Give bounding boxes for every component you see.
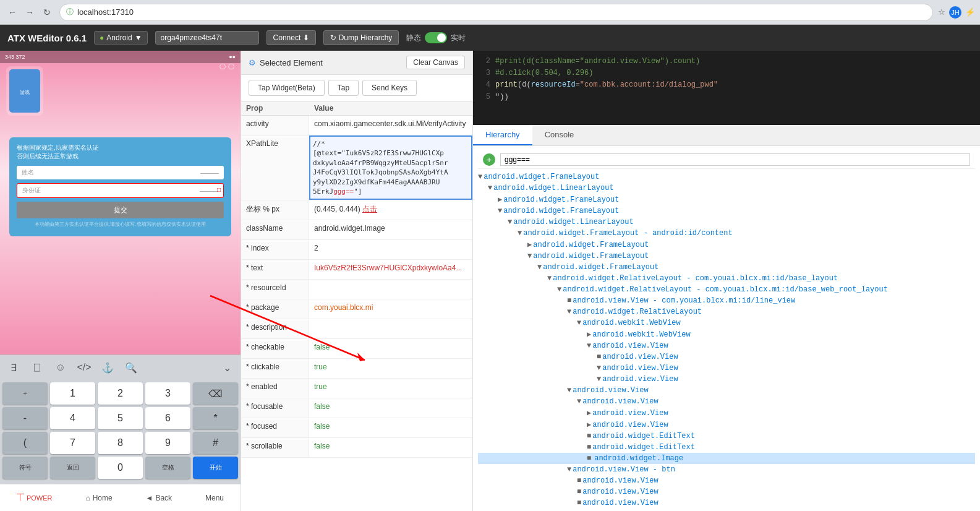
hier-node-2[interactable]: ▶android.widget.FrameLayout bbox=[478, 194, 975, 205]
hier-node-24[interactable]: ■android.widget.EditText bbox=[478, 442, 975, 453]
kb-3-key[interactable]: 3 bbox=[145, 382, 190, 405]
address-bar[interactable]: ⓘ localhost:17310 bbox=[59, 4, 933, 21]
kb-keyboard-icon[interactable]: ⎕ bbox=[27, 358, 47, 377]
hier-node-4[interactable]: ▼android.widget.LinearLayout bbox=[478, 217, 975, 228]
tab-console[interactable]: Console bbox=[532, 125, 587, 145]
hier-node-11[interactable]: ■android.view.View - com.youai.blcx.mi:i… bbox=[478, 295, 975, 306]
tap-button[interactable]: Tap bbox=[328, 80, 359, 96]
kb-back-key[interactable]: 返回 bbox=[50, 457, 95, 479]
hier-node-22[interactable]: ▶android.view.View bbox=[478, 419, 975, 431]
mode-toggle[interactable] bbox=[425, 32, 447, 43]
kb-star-key[interactable]: * bbox=[193, 407, 238, 429]
kb-1-key[interactable]: 1 bbox=[50, 382, 95, 405]
back-button[interactable]: ← bbox=[5, 5, 20, 20]
hier-node-6[interactable]: ▶android.widget.FrameLayout bbox=[478, 239, 975, 251]
hierarchy-add-button[interactable]: + bbox=[483, 153, 495, 166]
kb-8-key[interactable]: 8 bbox=[98, 432, 143, 454]
node-text-1: android.widget.LinearLayout bbox=[493, 184, 613, 192]
send-keys-button[interactable]: Send Keys bbox=[362, 80, 417, 96]
hier-node-12[interactable]: ▼android.widget.RelativeLayout bbox=[478, 306, 975, 317]
id-field-indicator: □ bbox=[217, 186, 221, 193]
hier-node-15[interactable]: ▼android.view.View bbox=[478, 340, 975, 351]
kb-6-key[interactable]: 6 bbox=[145, 407, 190, 429]
profile-icon[interactable]: JH bbox=[949, 6, 961, 19]
hier-node-13[interactable]: ▼android.webkit.WebView bbox=[478, 317, 975, 328]
dump-label: Dump Hierarchy bbox=[339, 33, 393, 42]
collapse-icon-18: ▼ bbox=[597, 375, 601, 384]
kb-0-key[interactable]: 0 bbox=[98, 457, 143, 479]
hier-node-21[interactable]: ▶android.view.View bbox=[478, 407, 975, 419]
code-line-5: 5 ")) bbox=[480, 92, 973, 103]
back-nav-button[interactable]: ◄ Back bbox=[138, 491, 180, 505]
device-id-input[interactable] bbox=[155, 31, 259, 45]
hier-root[interactable]: ▼android.widget.FrameLayout bbox=[478, 171, 975, 182]
leaf-icon-27: ■ bbox=[577, 476, 581, 485]
submit-button-phone[interactable]: 提交 bbox=[17, 202, 224, 218]
prop-value-xpathlite[interactable]: //*[@text="Iuk6V5zR2fE3Srww7HUGlCXpdxkyw… bbox=[309, 135, 472, 200]
hier-node-18[interactable]: ▼android.view.View bbox=[478, 374, 975, 385]
code-editor[interactable]: 2 #print(d(className="android.view.View"… bbox=[473, 51, 980, 125]
hier-node-9[interactable]: ▼android.widget.RelativeLayout - com.you… bbox=[478, 273, 975, 284]
hier-node-10[interactable]: ▼android.widget.RelativeLayout - com.you… bbox=[478, 284, 975, 295]
app-header: ATX WEditor 0.6.1 ● Android ▼ Connect ⬇ … bbox=[0, 25, 980, 51]
android-select[interactable]: ● Android ▼ bbox=[94, 31, 148, 45]
id-field[interactable]: 身份证 ——— □ bbox=[17, 183, 224, 198]
hier-node-25[interactable]: ■android.widget.Image bbox=[478, 453, 975, 464]
extension-icon[interactable]: ⚡ bbox=[965, 7, 975, 17]
kb-grid-icon[interactable]: ∃ bbox=[4, 358, 23, 377]
kb-hash-key[interactable]: # bbox=[193, 432, 238, 454]
hier-node-14[interactable]: ▶android.webkit.WebView bbox=[478, 328, 975, 340]
menu-button[interactable]: Menu bbox=[198, 491, 231, 505]
hierarchy-search-input[interactable] bbox=[500, 153, 970, 166]
url-text: localhost:17310 bbox=[77, 7, 134, 17]
dump-hierarchy-button[interactable]: ↻ Dump Hierarchy bbox=[323, 30, 399, 45]
kb-plus-key[interactable]: + bbox=[2, 382, 48, 405]
hier-node-8[interactable]: ▼android.widget.FrameLayout bbox=[478, 262, 975, 273]
kb-5-key[interactable]: 5 bbox=[98, 407, 143, 429]
code-text-4: print(d(resourceId="com.bbk.account:id/d… bbox=[495, 79, 973, 91]
kb-lparen-key[interactable]: ( bbox=[2, 432, 48, 454]
star-icon[interactable]: ☆ bbox=[938, 7, 945, 17]
selected-element-label: ⚙ Selected Element bbox=[249, 58, 323, 67]
hier-node-17[interactable]: ▼android.view.View bbox=[478, 363, 975, 374]
kb-4-key[interactable]: 4 bbox=[50, 407, 95, 429]
hier-node-20[interactable]: ▼android.view.View bbox=[478, 396, 975, 407]
kb-expand-icon[interactable]: ⌄ bbox=[217, 358, 237, 377]
hier-node-7[interactable]: ▼android.widget.FrameLayout bbox=[478, 251, 975, 262]
hierarchy-search-row: + bbox=[478, 151, 975, 169]
tap-widget-button[interactable]: Tap Widget(Beta) bbox=[249, 80, 325, 96]
hier-node-23[interactable]: ■android.widget.EditText bbox=[478, 431, 975, 442]
kb-backspace-key[interactable]: ⌫ bbox=[193, 382, 238, 405]
prop-name-focused: * focused bbox=[241, 418, 309, 437]
hier-node-16[interactable]: ■android.view.View bbox=[478, 351, 975, 363]
kb-sym-key[interactable]: 符号 bbox=[2, 457, 48, 479]
collapse-icon-3: ▼ bbox=[498, 207, 502, 215]
hier-node-3[interactable]: ▼android.widget.FrameLayout bbox=[478, 205, 975, 217]
kb-minus-key[interactable]: - bbox=[2, 407, 48, 429]
power-icon: ⏉ bbox=[17, 494, 24, 502]
kb-search-icon[interactable]: 🔍 bbox=[121, 358, 141, 377]
hier-node-28[interactable]: ■android.view.View bbox=[478, 486, 975, 497]
name-field[interactable]: 姓名 ——— bbox=[17, 166, 224, 179]
kb-code-icon[interactable]: </> bbox=[74, 358, 94, 377]
kb-space-key[interactable]: 空格 bbox=[145, 457, 190, 479]
tab-hierarchy[interactable]: Hierarchy bbox=[473, 125, 532, 145]
home-button[interactable]: ⌂ Home bbox=[78, 491, 119, 505]
kb-start-key[interactable]: 开始 bbox=[193, 457, 238, 479]
kb-7-key[interactable]: 7 bbox=[50, 432, 95, 454]
hier-node-1[interactable]: ▼android.widget.LinearLayout bbox=[478, 182, 975, 194]
hier-node-27[interactable]: ■android.view.View bbox=[478, 475, 975, 486]
hier-node-5[interactable]: ▼android.widget.FrameLayout - android:id… bbox=[478, 228, 975, 239]
kb-emoji-icon[interactable]: ☺ bbox=[51, 358, 70, 377]
power-button[interactable]: ⏉ POWER bbox=[9, 491, 60, 505]
hier-node-26[interactable]: ▼android.view.View - btn bbox=[478, 464, 975, 475]
kb-link-icon[interactable]: ⚓ bbox=[98, 358, 117, 377]
connect-button[interactable]: Connect ⬇ bbox=[266, 30, 316, 45]
hier-node-19[interactable]: ▼android.view.View bbox=[478, 385, 975, 396]
kb-2-key[interactable]: 2 bbox=[98, 382, 143, 405]
kb-9-key[interactable]: 9 bbox=[145, 432, 190, 454]
clear-canvas-button[interactable]: Clear Canvas bbox=[406, 56, 465, 69]
refresh-button[interactable]: ↻ bbox=[40, 5, 54, 20]
forward-button[interactable]: → bbox=[22, 5, 37, 20]
hier-node-29[interactable]: ■android.view.View bbox=[478, 497, 975, 509]
